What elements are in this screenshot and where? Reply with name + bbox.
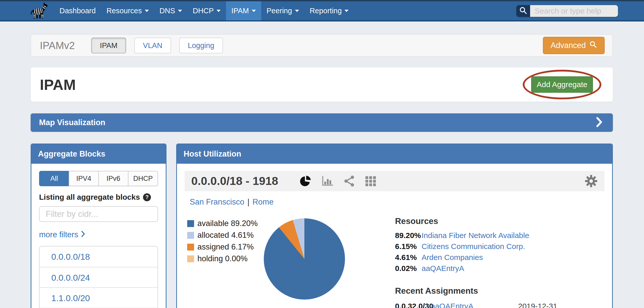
pie-legend: available 89.20% allocated 4.61% assigne… xyxy=(187,210,264,308)
map-visualization-title: Map Visualization xyxy=(39,118,105,127)
recent-assignments-heading: Recent Assignments xyxy=(395,286,604,296)
block-link[interactable]: 1.1.0.0/20 xyxy=(40,287,158,308)
resource-row: 6.15% Citizens Communication Corp. xyxy=(395,242,604,251)
resource-row: 0.02% aaQAEntryA xyxy=(395,264,604,273)
nav-item-reporting[interactable]: Reporting xyxy=(304,1,354,20)
pie-chart-view-button[interactable] xyxy=(300,175,312,187)
utilization-toolbar: 0.0.0.0/18 - 1918 xyxy=(185,171,604,191)
utilization-pie-chart xyxy=(264,218,345,300)
bar-chart-view-button[interactable] xyxy=(321,175,334,187)
nav-item-resources[interactable]: Resources xyxy=(101,1,154,20)
top-navbar: Dashboard Resources DNS DHCP IPAM Peerin… xyxy=(0,0,644,21)
nav-item-dns[interactable]: DNS xyxy=(154,1,187,20)
filter-ipv6[interactable]: IPv6 xyxy=(98,171,128,186)
host-utilization-panel: Host Utilization 0.0.0.0/18 - 1918 xyxy=(176,144,613,308)
legend-swatch xyxy=(187,244,194,251)
resource-row: 4.61% Arden Companies xyxy=(395,253,604,262)
page-title: IPAM xyxy=(40,76,76,93)
nav-item-dashboard[interactable]: Dashboard xyxy=(54,1,101,20)
search-button[interactable] xyxy=(516,5,530,17)
nav-item-dhcp[interactable]: DHCP xyxy=(187,1,226,20)
legend-swatch xyxy=(187,220,194,227)
location-links: San Franscisco|Rome xyxy=(190,197,604,207)
location-link-san-francisco[interactable]: San Franscisco xyxy=(190,197,244,206)
block-heading: 0.0.0.0/18 - 1918 xyxy=(191,174,278,188)
caret-down-icon xyxy=(344,10,349,12)
tab-ipam[interactable]: IPAM xyxy=(91,38,126,53)
recent-assignments-list: 0.0.32.0/30 aaQAEntryA 2019-12-31 0.0.8.… xyxy=(395,302,604,308)
resource-link[interactable]: Arden Companies xyxy=(422,253,483,262)
caret-down-icon xyxy=(217,10,221,12)
resource-row: 89.20% Indiana Fiber Network Available xyxy=(395,231,604,240)
legend-swatch xyxy=(187,232,194,239)
block-link[interactable]: 0.0.0.0/18 xyxy=(40,246,158,267)
resources-heading: Resources xyxy=(395,216,604,226)
tab-logging[interactable]: Logging xyxy=(179,38,223,53)
search-input[interactable] xyxy=(530,5,618,17)
zebra-logo-icon xyxy=(29,2,47,20)
filter-all[interactable]: All xyxy=(39,171,69,186)
main-nav: Dashboard Resources DNS DHCP IPAM Peerin… xyxy=(54,1,354,20)
settings-gear-button[interactable] xyxy=(585,174,598,188)
grid-view-button[interactable] xyxy=(365,175,377,187)
resource-link[interactable]: aaQAEntryA xyxy=(422,264,464,273)
resource-link[interactable]: Indiana Fiber Network Available xyxy=(422,231,529,240)
nav-item-ipam[interactable]: IPAM xyxy=(226,1,261,20)
cidr-filter-input[interactable] xyxy=(39,206,158,222)
caret-down-icon xyxy=(145,10,149,12)
global-search xyxy=(516,5,618,17)
advanced-search-button[interactable]: Advanced xyxy=(543,37,605,54)
brand-logo[interactable] xyxy=(29,1,47,20)
help-icon[interactable]: ? xyxy=(143,193,151,201)
share-icon-button[interactable] xyxy=(343,175,355,187)
host-utilization-title: Host Utilization xyxy=(177,144,612,164)
map-visualization-header[interactable]: Map Visualization xyxy=(31,113,613,132)
legend-item: assigned 6.17% xyxy=(187,242,264,252)
tab-vlan[interactable]: VLAN xyxy=(134,38,171,53)
resources-list: 89.20% Indiana Fiber Network Available 6… xyxy=(395,231,604,273)
legend-item: holding 0.00% xyxy=(187,254,264,263)
toolbar-title: IPAMv2 xyxy=(40,40,75,51)
block-link[interactable]: 0.0.0.0/24 xyxy=(40,267,158,287)
legend-swatch xyxy=(187,255,194,262)
caret-down-icon xyxy=(295,10,299,12)
caret-down-icon xyxy=(252,10,256,12)
filter-dhcp[interactable]: DHCP xyxy=(128,171,158,186)
listing-label: Listing all aggregate blocks xyxy=(39,193,140,202)
location-link-rome[interactable]: Rome xyxy=(253,197,274,206)
page-header-card: IPAM Add Aggregate xyxy=(31,67,613,102)
ipamv2-toolbar: IPAMv2 IPAM VLAN Logging Advanced xyxy=(31,34,613,57)
aggregate-filter-group: All IPV4 IPv6 DHCP xyxy=(39,171,158,186)
aggregate-block-list: 0.0.0.0/18 0.0.0.0/24 1.1.0.0/20 xyxy=(39,246,158,308)
nav-item-peering[interactable]: Peering xyxy=(261,1,304,20)
chevron-right-icon xyxy=(596,117,602,128)
aggregate-blocks-title: Aggregate Blocks xyxy=(31,144,166,164)
chevron-right-icon xyxy=(81,230,85,239)
search-icon xyxy=(589,41,597,50)
resource-link[interactable]: Citizens Communication Corp. xyxy=(422,242,525,251)
legend-item: available 89.20% xyxy=(187,219,264,228)
more-filters-link[interactable]: more filters xyxy=(39,230,158,239)
legend-item: allocated 4.61% xyxy=(187,231,264,240)
assignment-link[interactable]: aaQAEntryA xyxy=(431,302,518,308)
location-separator: | xyxy=(247,197,249,206)
caret-down-icon xyxy=(178,10,182,12)
add-aggregate-button[interactable]: Add Aggregate xyxy=(531,76,593,93)
search-icon xyxy=(519,6,527,16)
filter-ipv4[interactable]: IPV4 xyxy=(69,171,99,186)
assignment-row: 0.0.32.0/30 aaQAEntryA 2019-12-31 xyxy=(395,302,604,308)
aggregate-blocks-panel: Aggregate Blocks All IPV4 IPv6 DHCP List… xyxy=(31,144,166,308)
